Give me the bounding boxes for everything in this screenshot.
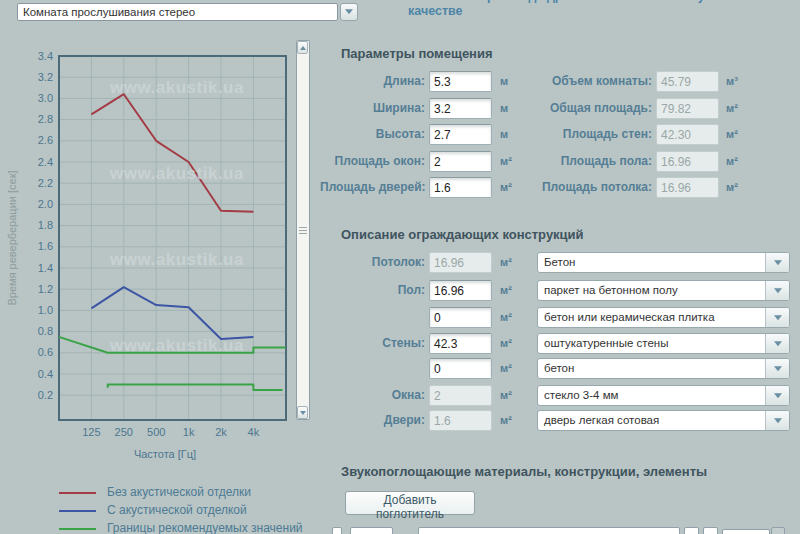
chevron-down-icon — [774, 341, 782, 350]
width-input[interactable] — [429, 98, 492, 119]
section-title-room-params: Параметры помещения — [341, 46, 493, 61]
legend-item: Границы рекомендуемых значений — [59, 521, 339, 534]
windows-material-dropdown-button[interactable] — [765, 386, 789, 405]
walls-area-input[interactable] — [429, 333, 492, 354]
ceiling-material-select[interactable]: Бетон — [537, 252, 790, 273]
absorber-row-partial-input2[interactable] — [684, 527, 699, 534]
arrow-up-icon — [300, 43, 306, 50]
legend-item-label: Границы рекомендуемых значений — [107, 521, 303, 534]
y-axis-label: Время реверберации [сек] — [6, 128, 18, 348]
doors-area-label: Площадь дверей: — [320, 177, 425, 198]
x-tick-label: 1k — [183, 426, 195, 438]
legend-item-label: С акустической отделкой — [107, 503, 247, 517]
y-tick-label: 1.0 — [38, 304, 53, 316]
y-tick-label: 2.0 — [38, 198, 53, 210]
y-tick-label: 1.4 — [38, 262, 53, 274]
x-tick-label: 500 — [147, 426, 165, 438]
windows-area-unit: м² — [500, 385, 512, 406]
x-tick-label: 250 — [115, 426, 133, 438]
doors-material-select[interactable]: дверь легкая сотовая — [537, 410, 790, 431]
windows-area-input[interactable] — [429, 151, 492, 172]
ceiling-area-input — [656, 177, 719, 198]
floor-area-label: Площадь пола: — [530, 151, 652, 172]
doors-area-unit: м² — [500, 177, 512, 198]
height-unit: м — [500, 124, 508, 145]
ceiling-material-value: Бетон — [538, 253, 765, 272]
doors-material-value: дверь легкая сотовая — [538, 411, 765, 430]
y-tick-label: 2.6 — [38, 134, 53, 146]
walls-material-select[interactable]: оштукатуренные стены — [537, 333, 790, 354]
floor-extra-material-select[interactable]: бетон или керамическая плитка — [537, 307, 790, 328]
doors-material-dropdown-button[interactable] — [765, 411, 789, 430]
windows-material-value: стекло 3-4 мм — [538, 386, 765, 405]
absorber-row-partial-input3[interactable] — [703, 527, 718, 534]
windows-label: Окна: — [320, 385, 425, 406]
doors-area-input[interactable] — [429, 177, 492, 198]
hint-message: Внимание! При вводе дробных чисел исполь… — [408, 0, 793, 19]
legend-line-swatch — [59, 528, 96, 530]
add-absorber-button[interactable]: Добавить поглотитель — [345, 491, 475, 515]
chevron-down-icon — [774, 393, 782, 402]
arrow-down-icon — [300, 410, 306, 417]
floor-material-dropdown-button[interactable] — [765, 281, 789, 300]
floor-material-select[interactable]: паркет на бетонном полу — [537, 280, 790, 301]
walls-area-unit: м² — [500, 333, 512, 354]
room-volume-label: Объем комнаты: — [530, 71, 652, 92]
floor-area-input[interactable] — [429, 280, 492, 301]
x-tick-label: 2k — [215, 426, 227, 438]
width-unit: м — [500, 98, 508, 119]
ceiling-label: Потолок: — [320, 252, 425, 273]
chevron-down-icon — [345, 9, 353, 18]
length-label: Длина: — [320, 71, 425, 92]
section-title-constructions: Описание ограждающих конструкций — [341, 227, 584, 242]
chart-series-2 — [59, 337, 286, 353]
walls-label: Стены: — [320, 333, 425, 354]
room-type-dropdown-button[interactable] — [340, 3, 358, 21]
walls-material-dropdown-button[interactable] — [765, 334, 789, 353]
walls-extra-material-dropdown-button[interactable] — [765, 359, 789, 378]
chevron-down-icon — [774, 366, 782, 375]
floor-area-unit: м² — [726, 151, 738, 172]
doors-area-unit: м² — [500, 410, 512, 431]
floor-label: Пол: — [320, 280, 425, 301]
windows-material-select[interactable]: стекло 3-4 мм — [537, 385, 790, 406]
chart-scrollbar[interactable] — [296, 40, 310, 420]
width-label: Ширина: — [320, 98, 425, 119]
doors-label: Двери: — [320, 410, 425, 431]
room-volume-input — [656, 71, 719, 92]
walls-extra-material-select[interactable]: бетон — [537, 358, 790, 379]
absorber-row-partial-dropdown[interactable] — [418, 527, 680, 534]
hint-line-clipped: Внимание! При вводе дробных чисел исполь… — [408, 0, 793, 19]
height-input[interactable] — [429, 124, 492, 145]
ceiling-area-label: Площадь потолка: — [530, 177, 652, 198]
length-input[interactable] — [429, 71, 492, 92]
floor-extra-material-value: бетон или керамическая плитка — [538, 308, 765, 327]
scroll-up-button[interactable] — [297, 41, 308, 54]
scrollbar-thumb-grip[interactable] — [299, 230, 307, 231]
y-tick-label: 3.0 — [38, 92, 53, 104]
absorber-row-partial-box[interactable] — [332, 527, 342, 534]
ceiling-area-unit: м² — [500, 252, 512, 273]
y-tick-label: 0.4 — [38, 368, 53, 380]
floor-material-value: паркет на бетонном полу — [538, 281, 765, 300]
floor-extra-area-input[interactable] — [429, 307, 492, 328]
ceiling-material-dropdown-button[interactable] — [765, 253, 789, 272]
x-axis-label: Частота [Гц] — [134, 448, 196, 460]
walls-extra-area-input[interactable] — [429, 358, 492, 379]
length-unit: м — [500, 71, 508, 92]
absorber-row-partial-input[interactable] — [350, 527, 393, 534]
absorber-row-partial-button[interactable] — [722, 529, 770, 534]
chevron-down-icon — [774, 418, 782, 427]
floor-extra-material-dropdown-button[interactable] — [765, 308, 789, 327]
windows-area-label: Площадь окон: — [320, 151, 425, 172]
x-tick-label: 125 — [82, 426, 100, 438]
chevron-down-icon — [774, 288, 782, 297]
scroll-down-button[interactable] — [297, 406, 308, 419]
chart-series-3 — [108, 385, 283, 390]
x-tick-label: 4k — [248, 426, 260, 438]
chart-series-0 — [91, 94, 253, 212]
ceiling-area-unit: м² — [726, 177, 738, 198]
y-tick-label: 0.8 — [38, 325, 53, 337]
absorber-list-scrollbar-partial[interactable] — [771, 527, 785, 534]
y-tick-label: 2.8 — [38, 113, 53, 125]
